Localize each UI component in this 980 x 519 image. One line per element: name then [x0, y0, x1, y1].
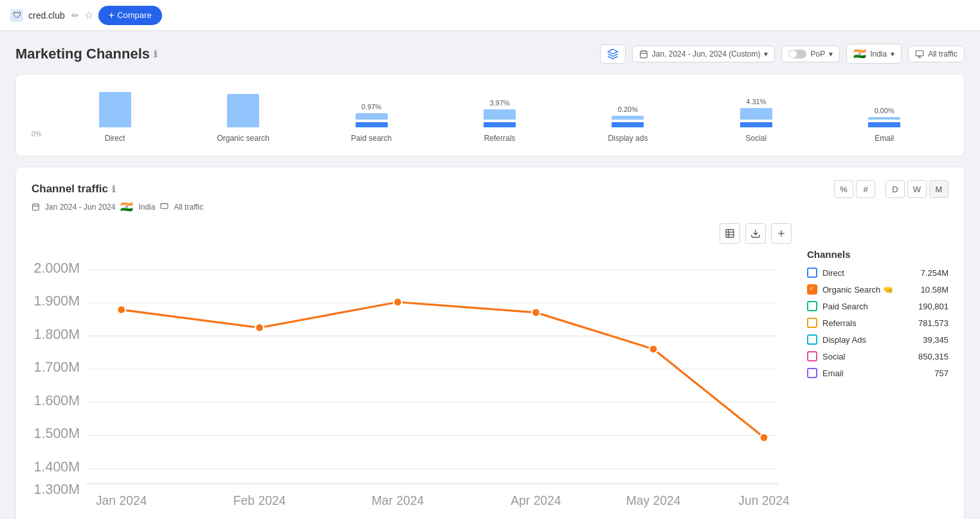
channel-traffic-section: Channel traffic ℹ % # D W M Jan 2024 - J… — [15, 167, 965, 519]
title-text: Marketing Channels — [15, 46, 150, 62]
svg-point-43 — [255, 323, 264, 332]
legend-item-social[interactable]: Social 850,315 — [807, 351, 948, 361]
country-flag: 🇮🇳 — [853, 48, 866, 60]
legend-color-social — [807, 351, 817, 361]
add-icon[interactable] — [771, 223, 792, 244]
bar-email[interactable]: 0.00% Email — [821, 107, 948, 143]
star-icon[interactable]: ☆ — [84, 9, 93, 21]
legend-color-organic — [807, 284, 817, 295]
bar-label-referrals: Referrals — [484, 134, 516, 143]
legend-label-referrals: Referrals — [822, 318, 857, 328]
legend-label-social: Social — [822, 352, 845, 361]
chart-traffic-type: All traffic — [174, 203, 203, 212]
excel-export-icon[interactable] — [720, 223, 740, 244]
site-icon: 🛡 — [10, 9, 23, 22]
section-info-icon[interactable]: ℹ — [112, 184, 115, 194]
bar-referrals[interactable]: 3.97% Referrals — [435, 99, 563, 143]
legend-color-referrals — [807, 318, 817, 328]
svg-text:Apr 2024: Apr 2024 — [511, 493, 561, 507]
header-controls: Jan, 2024 - Jun, 2024 (Custom) ▾ PoP ▾ 🇮… — [600, 44, 965, 64]
learn-button[interactable] — [600, 44, 626, 64]
svg-text:Mar 2024: Mar 2024 — [372, 493, 424, 507]
date-range-picker[interactable]: Jan, 2024 - Jun, 2024 (Custom) ▾ — [632, 46, 776, 62]
bar-label-email: Email — [875, 134, 894, 143]
bar-label-social: Social — [745, 134, 767, 143]
country-dropdown-icon: ▾ — [891, 50, 894, 59]
country-label: India — [870, 50, 887, 59]
svg-rect-7 — [33, 204, 39, 210]
channel-bar-section: 0% Direct Organic search 0.97% — [15, 74, 965, 156]
bar-label-display: Display ads — [608, 134, 648, 143]
section-header: Channel traffic ℹ % # D W M — [32, 180, 948, 198]
line-chart: 2.000M 1.900M 1.800M 1.700M 1.600M 1.500… — [32, 249, 792, 511]
bar-social[interactable]: 4.31% Social — [692, 98, 820, 143]
y-axis-label: 0% — [32, 130, 42, 138]
legend-label-organic: Organic Search 🤜 — [822, 285, 893, 295]
svg-point-44 — [394, 298, 402, 306]
legend-item-display[interactable]: Display Ads 39,345 — [807, 334, 948, 345]
legend-item-referrals[interactable]: Referrals 781,573 — [807, 318, 948, 328]
chart-main: 2.000M 1.900M 1.800M 1.700M 1.600M 1.500… — [32, 223, 792, 513]
svg-text:1.300M: 1.300M — [34, 482, 80, 497]
bar-pct-email: 0.00% — [875, 107, 894, 114]
page-header: Marketing Channels ℹ Jan, 2024 - Jun, 20… — [15, 44, 965, 64]
legend-value-direct: 7.254M — [921, 268, 948, 278]
bar-paid-search[interactable]: 0.97% Paid search — [307, 103, 435, 143]
legend-value-organic: 10.58M — [921, 285, 948, 295]
legend-item-organic[interactable]: Organic Search 🤜 10.58M — [807, 284, 948, 295]
download-icon[interactable] — [745, 223, 766, 244]
bar-organic-search[interactable]: Organic search — [179, 78, 307, 143]
legend-value-display: 39,345 — [923, 335, 948, 345]
svg-text:1.400M: 1.400M — [34, 459, 80, 475]
legend-item-direct[interactable]: Direct 7.254M — [807, 268, 948, 278]
chart-date-range: Jan 2024 - Jun 2024 — [45, 203, 115, 212]
bar-label-paid: Paid search — [351, 134, 392, 143]
bar-direct[interactable]: Direct — [51, 77, 179, 143]
svg-rect-11 — [161, 204, 168, 209]
legend-value-social: 850,315 — [918, 352, 948, 361]
svg-text:Jun 2024: Jun 2024 — [738, 493, 790, 507]
chart-tools — [32, 223, 792, 244]
bar-pct-display: 0.20% — [618, 105, 638, 113]
day-toggle[interactable]: D — [885, 180, 905, 198]
top-bar: 🛡 cred.club ✏ ☆ Compare — [0, 0, 980, 31]
svg-point-46 — [649, 345, 658, 353]
bar-pct-referrals: 3.97% — [489, 99, 509, 107]
edit-icon[interactable]: ✏ — [71, 10, 79, 21]
chart-country-flag: 🇮🇳 — [120, 201, 133, 213]
chart-country: India — [138, 203, 155, 212]
legend-item-paid[interactable]: Paid Search 190,801 — [807, 301, 948, 311]
sub-header: Jan 2024 - Jun 2024 🇮🇳 India All traffic — [32, 201, 948, 213]
date-dropdown-icon: ▾ — [764, 50, 768, 59]
legend-value-email: 757 — [934, 369, 948, 378]
legend-value-referrals: 781,573 — [918, 318, 948, 328]
pct-toggle[interactable]: % — [834, 180, 853, 198]
legend-item-email[interactable]: Email 757 — [807, 368, 948, 378]
section-title: Channel traffic ℹ — [32, 183, 115, 196]
svg-text:Feb 2024: Feb 2024 — [233, 493, 286, 507]
pop-dropdown-icon: ▾ — [829, 50, 833, 59]
title-info-icon[interactable]: ℹ — [154, 49, 157, 59]
country-picker[interactable]: 🇮🇳 India ▾ — [846, 44, 902, 64]
svg-text:2.000M: 2.000M — [34, 260, 80, 276]
compare-button[interactable]: Compare — [98, 6, 162, 25]
pop-toggle[interactable]: PoP ▾ — [781, 46, 840, 62]
site-name: cred.club — [28, 10, 65, 21]
hash-toggle[interactable]: # — [856, 180, 875, 198]
legend-label-display: Display Ads — [822, 335, 866, 345]
page-title: Marketing Channels ℹ — [15, 46, 157, 62]
month-toggle[interactable]: M — [929, 180, 948, 198]
bar-display-ads[interactable]: 0.20% Display ads — [564, 105, 692, 143]
legend-label-paid: Paid Search — [822, 302, 868, 311]
week-toggle[interactable]: W — [907, 180, 927, 198]
svg-text:May 2024: May 2024 — [626, 493, 681, 507]
legend-color-paid — [807, 301, 817, 311]
svg-point-47 — [760, 433, 768, 442]
svg-point-45 — [532, 308, 540, 316]
date-range-label: Jan, 2024 - Jun, 2024 (Custom) — [652, 50, 761, 59]
legend-color-email — [807, 368, 817, 378]
bar-label-direct: Direct — [105, 134, 125, 143]
legend-color-direct — [807, 268, 817, 278]
svg-text:1.500M: 1.500M — [34, 426, 80, 441]
traffic-type-control[interactable]: All traffic — [908, 46, 965, 62]
